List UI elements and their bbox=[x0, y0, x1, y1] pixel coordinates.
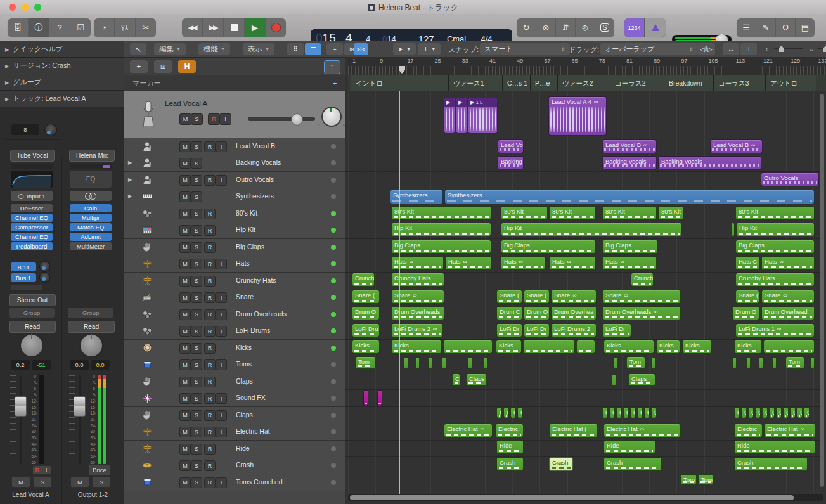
mute-button[interactable]: M bbox=[179, 326, 191, 337]
track-row[interactable]: MSRIToms bbox=[124, 356, 345, 373]
selected-monitor-button[interactable]: I bbox=[219, 113, 231, 125]
region[interactable] bbox=[442, 357, 446, 369]
region[interactable]: Hats∞ bbox=[549, 256, 596, 270]
solo-button[interactable]: S bbox=[191, 259, 202, 269]
playhead-line[interactable] bbox=[399, 91, 400, 494]
region[interactable]: C bbox=[741, 407, 747, 418]
mute-button[interactable]: M bbox=[179, 309, 191, 320]
snap-menu[interactable]: スマート⇕ bbox=[480, 43, 570, 55]
region[interactable]: Lead Vocal B∞ bbox=[602, 139, 657, 153]
record-button[interactable]: R bbox=[204, 259, 216, 269]
selected-solo-button[interactable]: S bbox=[191, 113, 203, 125]
edit-menu[interactable]: 編集▼ bbox=[154, 43, 186, 55]
arrangement-marker[interactable]: ヴァース1 bbox=[448, 75, 502, 91]
region[interactable]: LoFi Dr bbox=[602, 323, 631, 337]
track-setting-button[interactable]: Tube Vocal bbox=[10, 150, 55, 162]
track-name[interactable]: LoFi Drums bbox=[236, 326, 270, 334]
region[interactable]: Lead Vocal B∞ bbox=[710, 139, 763, 153]
monitor-button[interactable]: I bbox=[216, 259, 227, 269]
record-button[interactable]: R bbox=[204, 359, 216, 370]
region[interactable]: Drum O bbox=[524, 306, 550, 320]
region[interactable]: C bbox=[637, 407, 643, 418]
volume-value[interactable]: 0.2 bbox=[11, 360, 30, 370]
smart-controls-button[interactable]: ◔ bbox=[94, 18, 115, 37]
output-eq-slot[interactable]: EQ bbox=[70, 171, 112, 188]
region[interactable]: Kicks bbox=[734, 340, 762, 354]
mute-button[interactable]: M bbox=[179, 359, 191, 370]
solo-button[interactable]: S bbox=[191, 427, 202, 437]
region[interactable]: Electric Hat ( bbox=[549, 423, 598, 437]
track-name[interactable]: Sound FX bbox=[236, 394, 266, 401]
arrangement-marker[interactable]: Breakdown bbox=[664, 75, 713, 91]
replace-icon[interactable]: ⊗ bbox=[536, 18, 556, 37]
send-knob-1[interactable] bbox=[39, 261, 50, 272]
solo-button[interactable]: S bbox=[191, 460, 202, 471]
vertical-scrollbar[interactable] bbox=[820, 94, 824, 487]
output-setting-button[interactable]: Helena Mix bbox=[69, 150, 115, 162]
region[interactable]: ▶ bbox=[456, 98, 467, 134]
arrangement-marker[interactable]: コーラス2 bbox=[610, 75, 664, 91]
monitor-button[interactable]: I bbox=[216, 292, 227, 303]
solo-button[interactable]: S bbox=[191, 225, 202, 236]
mute-button[interactable]: M bbox=[179, 191, 191, 202]
record-button[interactable]: R bbox=[204, 377, 216, 387]
region[interactable]: Snare∞ bbox=[551, 290, 597, 304]
region[interactable]: C bbox=[452, 373, 460, 386]
region[interactable]: C bbox=[776, 407, 782, 418]
solo-button[interactable]: S bbox=[191, 309, 202, 320]
mute-button[interactable]: M bbox=[179, 410, 191, 421]
horizontal-auto-zoom-button[interactable]: ↔ bbox=[723, 43, 739, 55]
region[interactable]: Crunchy Hats bbox=[735, 273, 815, 287]
track-row[interactable]: ▶MSSynthesizers bbox=[124, 188, 345, 205]
region[interactable] bbox=[428, 357, 432, 369]
region[interactable]: C bbox=[769, 407, 775, 418]
track-row[interactable]: MSRBig Claps bbox=[124, 239, 345, 256]
region[interactable]: Big Claps bbox=[391, 240, 491, 254]
track-name[interactable]: Drum Overheads bbox=[236, 310, 287, 318]
automation-view-button[interactable]: ⌁ bbox=[326, 43, 343, 55]
track-row[interactable]: ▶MSBacking Vocals bbox=[124, 155, 345, 172]
plugin-slot[interactable]: Gain bbox=[70, 204, 112, 212]
mute-button[interactable]: M bbox=[179, 175, 191, 186]
record-button[interactable]: R bbox=[204, 276, 216, 287]
vertical-auto-zoom-button[interactable]: ⊥ bbox=[740, 43, 757, 55]
region[interactable]: LoFi Dru bbox=[352, 323, 380, 337]
region[interactable]: Kicks bbox=[603, 340, 654, 354]
region[interactable]: Kicks bbox=[352, 340, 380, 354]
bounce-button[interactable]: Bnce bbox=[88, 464, 111, 475]
record-button[interactable]: R bbox=[204, 444, 216, 455]
solo-button[interactable]: S bbox=[191, 477, 202, 488]
region[interactable]: Crash bbox=[734, 457, 808, 471]
track-header-view-button[interactable]: ☰ bbox=[305, 43, 321, 55]
browsers-button[interactable]: ▤ bbox=[796, 18, 815, 37]
track-name[interactable]: Hip Kit bbox=[236, 226, 255, 233]
mute-button[interactable]: M bbox=[179, 259, 191, 269]
plugin-slot[interactable]: Pedalboard bbox=[11, 242, 53, 250]
region[interactable]: 80's Kit bbox=[658, 206, 683, 220]
track-name[interactable]: Ride bbox=[236, 444, 250, 452]
track-row[interactable]: MSRIClaps bbox=[124, 407, 345, 424]
selected-mute-button[interactable]: M bbox=[179, 113, 191, 125]
horizontal-scrollbar-thumb[interactable] bbox=[350, 495, 794, 500]
region[interactable]: C bbox=[797, 407, 803, 418]
region[interactable]: C bbox=[503, 407, 509, 418]
mixer-button[interactable]: ⫯⫰ bbox=[115, 18, 136, 37]
region[interactable] bbox=[746, 357, 751, 369]
track-name[interactable]: Crunchy Hats bbox=[236, 276, 276, 284]
region[interactable]: Kicks bbox=[682, 340, 712, 354]
track-row[interactable]: MSRIHats bbox=[124, 255, 345, 273]
arrangement-marker[interactable]: コーラス3 bbox=[713, 75, 765, 91]
record-button[interactable]: R bbox=[204, 326, 216, 337]
region[interactable]: C bbox=[517, 407, 523, 418]
region[interactable]: LoFi Drums 2 bbox=[551, 323, 597, 337]
mute-button[interactable]: M bbox=[179, 209, 191, 219]
output-fader-track[interactable] bbox=[79, 375, 81, 464]
monitor-button[interactable]: I bbox=[216, 326, 227, 337]
track-name[interactable]: Kicks bbox=[236, 344, 252, 351]
track-name[interactable]: Toms bbox=[236, 360, 252, 368]
region[interactable] bbox=[468, 357, 472, 369]
inspector-button[interactable]: ⓘ bbox=[29, 18, 49, 37]
region[interactable]: Snare ( bbox=[735, 290, 759, 304]
region[interactable]: Hip Kit bbox=[736, 223, 815, 236]
region[interactable]: C bbox=[602, 407, 608, 418]
